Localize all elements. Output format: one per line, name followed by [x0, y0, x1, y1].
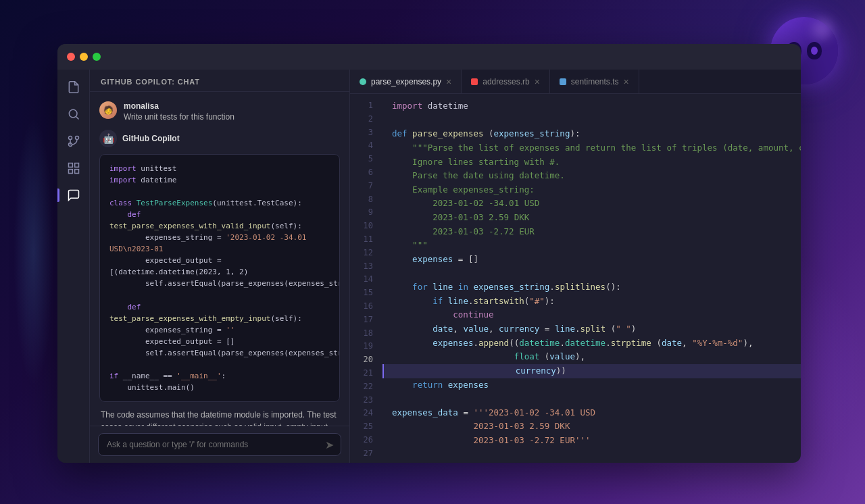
code-line-18: expenses.append((datetime.datetime.strpt…	[392, 336, 801, 351]
tab-addresses[interactable]: addresses.rb ×	[462, 70, 550, 93]
code-line-2	[392, 114, 801, 128]
code-line-12: expenses = []	[392, 253, 801, 267]
line-num-12: 12	[350, 247, 382, 260]
py-file-icon	[360, 78, 366, 85]
code-line-4: """Parse the list of expenses and return…	[392, 141, 801, 155]
source-control-icon[interactable]	[61, 129, 86, 153]
copilot-panel-title: GITHUB COPILOT: CHAT	[90, 70, 349, 92]
line-num-9: 9	[350, 206, 382, 220]
avatar-image: 🧑	[99, 101, 117, 119]
line-num-26: 26	[350, 434, 382, 447]
code-line-11: """	[392, 238, 801, 253]
extensions-icon[interactable]	[61, 156, 86, 180]
svg-point-0	[69, 109, 77, 118]
line-num-11: 11	[350, 233, 382, 247]
line-num-17: 17	[350, 313, 382, 327]
rb-file-icon	[471, 78, 478, 85]
title-bar	[57, 44, 801, 70]
chat-input[interactable]	[107, 440, 316, 449]
code-line-6: Parse the date using datetime.	[392, 169, 801, 183]
code-line-7: Example expenses_string:	[392, 183, 801, 197]
line-num-16: 16	[350, 300, 382, 313]
code-line-23: expenses_data = '''2023-01-02 -34.01 USD	[392, 406, 801, 420]
svg-rect-7	[68, 170, 72, 174]
minimize-button[interactable]	[80, 53, 88, 61]
copilot-chat-icon[interactable]	[61, 183, 86, 207]
line-num-4: 4	[350, 139, 382, 153]
svg-point-2	[68, 136, 72, 140]
close-button[interactable]	[67, 53, 75, 61]
line-num-5: 5	[350, 153, 382, 166]
code-line-10: 2023-01-03 -2.72 EUR	[392, 225, 801, 239]
line-num-2: 2	[350, 113, 382, 126]
tab-sentiments[interactable]: sentiments.ts ×	[550, 70, 639, 93]
activity-bar	[57, 70, 90, 463]
tab-bar: parse_expenses.py × addresses.rb × senti…	[350, 70, 801, 94]
code-line-9: 2023-01-03 2.59 DKK	[392, 211, 801, 225]
svg-rect-6	[74, 163, 78, 168]
code-line-20: currency))	[382, 364, 801, 378]
tab-close-sentiments[interactable]: ×	[624, 77, 629, 86]
chat-messages: 🧑 monalisa Write unit tests for this fun…	[90, 92, 349, 426]
line-num-3: 3	[350, 126, 382, 140]
bg-glow-left	[14, 117, 54, 387]
line-num-1: 1	[350, 99, 382, 113]
line-num-23: 23	[350, 394, 382, 407]
maximize-button[interactable]	[93, 53, 101, 61]
user-avatar: 🧑	[99, 101, 117, 119]
line-num-28: 28	[350, 461, 382, 463]
tab-close-addresses[interactable]: ×	[535, 77, 540, 86]
line-num-15: 15	[350, 286, 382, 300]
line-num-10: 10	[350, 220, 382, 233]
code-editor: 1 2 3 4 5 6 7 8 9 10 11 12 13 14 15 16 1	[350, 94, 801, 463]
line-num-18: 18	[350, 327, 382, 341]
line-numbers: 1 2 3 4 5 6 7 8 9 10 11 12 13 14 15 16 1	[350, 94, 382, 463]
code-line-24: 2023-01-03 2.59 DKK	[392, 420, 801, 434]
copilot-header: 🤖 GitHub Copilot	[99, 130, 340, 147]
code-line-26	[392, 448, 801, 462]
code-line-1: import datetime	[392, 99, 801, 114]
code-line-27	[392, 461, 801, 463]
code-content: import datetime def parse_expenses (expe…	[382, 94, 801, 463]
line-num-22: 22	[350, 380, 382, 394]
code-line-3: def parse_expenses (expenses_string):	[392, 127, 801, 141]
username-label: monalisa	[124, 101, 234, 111]
code-line-17: date, value, currency = line.split (" ")	[392, 322, 801, 336]
code-line-5: Ignore lines starting with #.	[392, 155, 801, 170]
svg-rect-8	[74, 170, 78, 174]
line-num-6: 6	[350, 166, 382, 180]
svg-point-3	[75, 136, 78, 140]
copilot-description: The code assumes that the datetime modul…	[99, 409, 340, 426]
copilot-sidebar: GITHUB COPILOT: CHAT 🧑 monalisa Write un…	[90, 70, 350, 463]
code-line-19: float (value),	[392, 350, 801, 364]
tab-label-parse-expenses: parse_expenses.py	[371, 77, 441, 86]
code-line-13	[392, 267, 801, 281]
traffic-lights	[67, 53, 101, 61]
line-num-7: 7	[350, 180, 382, 193]
send-icon[interactable]: ➤	[325, 438, 334, 451]
user-message: 🧑 monalisa Write unit tests for this fun…	[99, 101, 340, 122]
search-icon[interactable]	[61, 102, 86, 126]
ts-file-icon	[560, 78, 566, 85]
tab-label-addresses: addresses.rb	[483, 77, 529, 86]
copilot-code-block: import unittest import datetime class Te…	[99, 154, 340, 402]
ide-body: GITHUB COPILOT: CHAT 🧑 monalisa Write un…	[57, 70, 801, 463]
copilot-avatar-icon: 🤖	[99, 130, 117, 147]
line-num-20: 20	[350, 353, 382, 367]
code-line-21: return expenses	[392, 378, 801, 393]
line-num-27: 27	[350, 447, 382, 461]
files-icon[interactable]	[61, 75, 86, 99]
user-prompt-text: Write unit tests for this function	[124, 112, 234, 122]
code-line-8: 2023-01-02 -34.01 USD	[392, 197, 801, 211]
line-num-24: 24	[350, 407, 382, 420]
line-num-14: 14	[350, 273, 382, 286]
tab-label-sentiments: sentiments.ts	[571, 77, 619, 86]
chat-input-wrapper: ➤	[98, 433, 341, 456]
code-line-25: 2023-01-03 -2.72 EUR'''	[392, 434, 801, 448]
code-line-14: for line in expenses_string.splitlines()…	[392, 280, 801, 295]
copilot-name-label: GitHub Copilot	[122, 134, 180, 143]
code-line-16: continue	[392, 308, 801, 322]
tab-parse-expenses[interactable]: parse_expenses.py ×	[350, 70, 462, 93]
tab-close-parse-expenses[interactable]: ×	[446, 77, 451, 86]
code-line-22	[392, 392, 801, 406]
